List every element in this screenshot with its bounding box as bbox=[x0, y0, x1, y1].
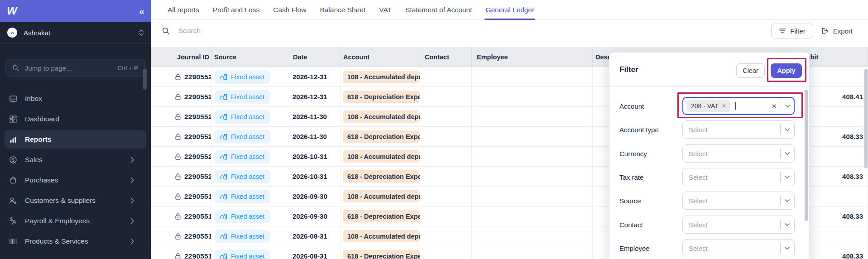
customers-icon bbox=[9, 197, 17, 205]
sidebar-item-purchases[interactable]: Purchases bbox=[5, 171, 146, 189]
currency-select[interactable]: Select bbox=[682, 144, 795, 163]
employee-cell bbox=[472, 107, 593, 127]
sidebar-item-inbox[interactable]: Inbox bbox=[5, 90, 146, 108]
journal-id-cell: 2290552 bbox=[151, 127, 211, 147]
filter-row-source: Source Select bbox=[609, 192, 809, 210]
column-header-account: Account bbox=[340, 47, 420, 67]
chevron-down-icon[interactable] bbox=[785, 128, 790, 131]
fixed-asset-icon bbox=[220, 253, 227, 259]
tab-vat[interactable]: VAT bbox=[379, 0, 392, 20]
source-badge: Fixed asset bbox=[215, 249, 270, 259]
lock-icon bbox=[175, 93, 181, 101]
fixed-asset-icon bbox=[220, 173, 227, 180]
account-chip: 618 - Depreciation Expense bbox=[343, 170, 420, 182]
journal-id-cell: 2290552 bbox=[151, 67, 211, 87]
employee-cell bbox=[472, 127, 593, 147]
search-input[interactable] bbox=[178, 27, 360, 35]
filter-panel: Filter Clear Apply Account 208 - VAT ✕ ✕ bbox=[609, 52, 810, 259]
field-divider bbox=[780, 243, 781, 253]
fixed-asset-icon bbox=[220, 233, 227, 240]
fixed-asset-icon bbox=[220, 153, 227, 160]
panel-scrollbar[interactable] bbox=[805, 90, 808, 221]
account-cell: 108 - Accumulated depreciation bbox=[340, 226, 420, 246]
contact-cell bbox=[420, 67, 472, 87]
tab-profit-and-loss[interactable]: Profit and Loss bbox=[213, 0, 259, 20]
remove-chip-icon[interactable]: ✕ bbox=[722, 103, 726, 109]
field-divider bbox=[780, 149, 781, 158]
filter-field-label: Account bbox=[619, 102, 644, 110]
workspace-switcher[interactable]: W Ashrakat bbox=[0, 22, 151, 44]
date-cell: 2026-11-30 bbox=[290, 107, 340, 127]
select-placeholder: Select bbox=[689, 221, 777, 229]
sidebar-item-payroll-and-employees[interactable]: $ Payroll & Employees bbox=[5, 212, 146, 230]
apply-button[interactable]: Apply bbox=[771, 63, 802, 78]
source-select[interactable]: Select bbox=[682, 192, 795, 210]
select-placeholder: Select bbox=[689, 245, 777, 252]
account-chip: 108 - Accumulated depreciation bbox=[343, 110, 420, 123]
clear-button[interactable]: Clear bbox=[736, 63, 765, 78]
sidebar-item-products-and-services[interactable]: Products & Services bbox=[5, 232, 146, 250]
employee-cell bbox=[472, 67, 593, 87]
date-cell: 2026-08-31 bbox=[290, 246, 340, 259]
filter-panel-title: Filter bbox=[619, 65, 638, 74]
journal-id-cell: 2290551 bbox=[151, 187, 211, 206]
filter-icon bbox=[779, 28, 786, 34]
employee-cell bbox=[472, 167, 593, 187]
chevron-down-icon[interactable] bbox=[785, 176, 790, 179]
column-header-employee: Employee bbox=[472, 47, 593, 67]
sidebar-scrollbar[interactable] bbox=[143, 69, 147, 90]
filter-field-label: Tax rate bbox=[619, 173, 643, 181]
source-badge: Fixed asset bbox=[215, 70, 270, 84]
export-icon bbox=[821, 27, 829, 35]
chevron-down-icon[interactable] bbox=[785, 105, 790, 108]
source-cell: Fixed asset bbox=[211, 206, 290, 226]
tab-statement-of-account[interactable]: Statement of Account bbox=[405, 0, 472, 20]
account-multiselect[interactable]: 208 - VAT ✕ ✕ bbox=[682, 97, 795, 115]
filter-row-employee: Employee Select bbox=[609, 239, 809, 257]
chevron-right-icon bbox=[130, 238, 134, 245]
dashboard-icon bbox=[9, 115, 17, 123]
table-scrollbar[interactable] bbox=[864, 69, 868, 168]
contact-cell bbox=[420, 226, 472, 246]
filter-button[interactable]: Filter bbox=[771, 24, 813, 38]
inbox-icon bbox=[9, 95, 17, 103]
sidebar-item-sales[interactable]: $ Sales bbox=[5, 151, 146, 169]
sidebar-item-customers-and-suppliers[interactable]: Customers & suppliers bbox=[5, 192, 146, 210]
source-badge: Fixed asset bbox=[215, 190, 270, 203]
employee-select[interactable]: Select bbox=[682, 239, 795, 257]
export-button[interactable]: Export bbox=[821, 24, 853, 38]
panel-divider bbox=[609, 86, 809, 87]
sidebar-item-reports[interactable]: Reports bbox=[5, 130, 146, 149]
sidebar-item-dashboard[interactable]: Dashboard bbox=[5, 110, 146, 128]
tax-rate-select[interactable]: Select bbox=[682, 168, 795, 186]
filter-field-label: Currency bbox=[619, 150, 647, 158]
source-cell: Fixed asset bbox=[211, 127, 290, 147]
brand-logo: W bbox=[7, 5, 17, 17]
journal-id-cell: 2290551 bbox=[151, 246, 211, 259]
clear-field-icon[interactable]: ✕ bbox=[771, 103, 777, 110]
chevron-down-icon[interactable] bbox=[785, 152, 790, 155]
tab-general-ledger[interactable]: General Ledger bbox=[485, 0, 534, 20]
lock-icon bbox=[175, 133, 181, 140]
filter-row-contact: Contact Select bbox=[609, 216, 809, 234]
lock-icon bbox=[175, 213, 181, 220]
chevron-down-icon[interactable] bbox=[785, 199, 790, 202]
account-type-select[interactable]: Select bbox=[682, 120, 795, 139]
contact-select[interactable]: Select bbox=[682, 216, 795, 234]
contact-cell bbox=[420, 167, 472, 187]
tab-balance-sheet[interactable]: Balance Sheet bbox=[320, 0, 365, 20]
source-badge: Fixed asset bbox=[215, 130, 270, 144]
lock-icon bbox=[175, 113, 181, 120]
select-placeholder: Select bbox=[689, 173, 777, 181]
chevron-down-icon[interactable] bbox=[785, 247, 790, 250]
account-cell: 108 - Accumulated depreciation bbox=[340, 147, 420, 167]
jump-to-page-input[interactable]: Jump to page... Ctrl + P bbox=[5, 59, 145, 77]
field-divider bbox=[780, 125, 781, 134]
tab-all-reports[interactable]: All reports bbox=[168, 0, 199, 20]
search-bar bbox=[162, 27, 771, 35]
collapse-sidebar-icon[interactable]: « bbox=[139, 6, 144, 16]
fixed-asset-icon bbox=[220, 193, 227, 200]
tab-cash-flow[interactable]: Cash Flow bbox=[273, 0, 306, 20]
lock-icon bbox=[175, 233, 181, 240]
chevron-down-icon[interactable] bbox=[785, 223, 790, 226]
